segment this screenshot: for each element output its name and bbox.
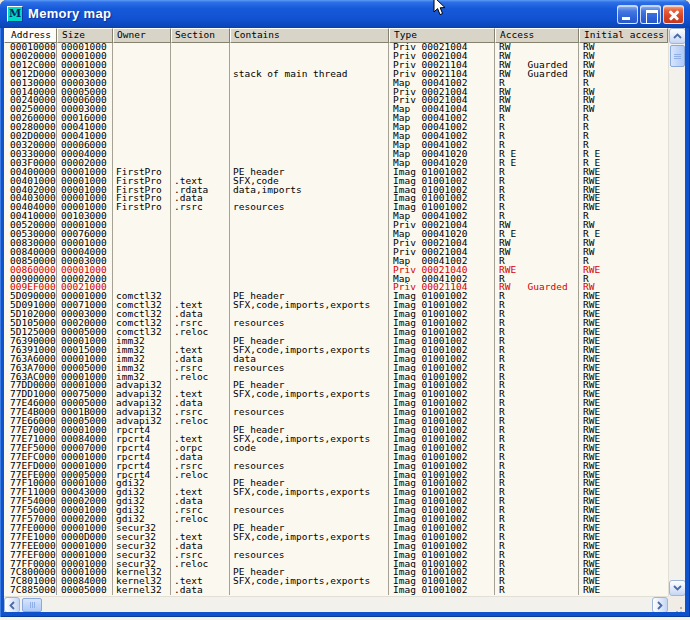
table-row[interactable]: 0053000000076000Map 00041020R ER E <box>4 230 668 239</box>
table-row[interactable]: 77EFD00000001000rpcrt4.rsrcresourcesImag… <box>4 462 668 471</box>
scroll-left-button[interactable] <box>4 597 20 612</box>
table-row[interactable]: 77F1100000043000gdi32.textSFX,code,impor… <box>4 488 668 497</box>
horizontal-scrollbar[interactable] <box>4 596 668 612</box>
table-row[interactable]: 0083000000001000Priv 00021004RWRW <box>4 239 668 248</box>
table-row[interactable]: 009EF00000021000Priv 00021104RW GuardedR… <box>4 283 668 292</box>
table-row[interactable]: 0086000000001000Priv 00021040RWERWE <box>4 266 668 275</box>
table-row[interactable]: 5D09000000001000comctl32PE headerImag 01… <box>4 292 668 301</box>
table-row[interactable]: 7C80000000001000kernel32PE headerImag 01… <box>4 568 668 577</box>
column-header-address[interactable]: Address <box>4 28 57 43</box>
cell-size: 00004000 <box>57 150 113 159</box>
cell-size: 00001000 <box>57 239 113 248</box>
cell-size: 00004000 <box>57 248 113 257</box>
minimize-button[interactable] <box>617 5 638 24</box>
titlebar[interactable]: M Memory map <box>0 0 690 28</box>
table-row[interactable]: 0040300000001000FirstPro.dataImag 010010… <box>4 194 668 203</box>
resize-grip-icon[interactable] <box>680 607 682 609</box>
table-row[interactable]: 5D12500000005000comctl32.relocImag 01001… <box>4 328 668 337</box>
table-row[interactable]: 0033000000004000Map 00041020R ER E <box>4 150 668 159</box>
table-row[interactable]: 0040000000001000FirstProPE headerImag 01… <box>4 168 668 177</box>
table-row[interactable]: 0028000000041000Map 00041002RR <box>4 123 668 132</box>
scroll-up-button[interactable] <box>669 28 685 44</box>
table-row[interactable]: 77F5700000002000gdi32.relocImag 01001002… <box>4 515 668 524</box>
column-header-access[interactable]: Access <box>495 28 579 43</box>
table-row[interactable]: 0040100000001000FirstPro.textSFX,codeIma… <box>4 177 668 186</box>
table-row[interactable]: 0052000000001000Priv 00021004RWRW <box>4 221 668 230</box>
table-row[interactable]: 0012D00000003000stack of main threadPriv… <box>4 70 668 79</box>
table-row[interactable]: 0024000000006000Priv 00021004RWRW <box>4 96 668 105</box>
table-row[interactable]: 77E4B0000001B000advapi32.rsrcresourcesIm… <box>4 408 668 417</box>
table-row[interactable]: 77F1000000001000gdi32PE headerImag 01001… <box>4 479 668 488</box>
cell-access: R E <box>495 230 579 239</box>
table-row[interactable]: 0013000000003000Map 00041002RR <box>4 79 668 88</box>
table-row[interactable]: 7C88500000005000kernel32.dataImag 010010… <box>4 586 668 595</box>
table-row[interactable]: 5D10500000020000comctl32.rsrcresourcesIm… <box>4 319 668 328</box>
table-row[interactable]: 0085000000003000Map 00041002RR <box>4 257 668 266</box>
table-row[interactable]: 763A700000005000imm32.rsrcresourcesImag … <box>4 364 668 373</box>
cell-section: .text <box>171 435 230 444</box>
table-row[interactable]: 763AC00000001000imm32.relocImag 01001002… <box>4 373 668 382</box>
column-header-owner[interactable]: Owner <box>113 28 171 43</box>
maximize-button[interactable] <box>640 5 661 24</box>
table-row[interactable]: 77FE000000001000secur32PE headerImag 010… <box>4 524 668 533</box>
table-row[interactable]: 7639000000001000imm32PE headerImag 01001… <box>4 337 668 346</box>
table-row[interactable]: 0012C00000001000Priv 00021104RW GuardedR… <box>4 61 668 70</box>
cell-owner <box>113 248 171 257</box>
table-row[interactable]: 77E4600000005000advapi32.dataImag 010010… <box>4 399 668 408</box>
table-row[interactable]: 0090000000002000Map 00041002RR <box>4 275 668 284</box>
table-row[interactable]: 77EFE00000005000rpcrt4.relocImag 0100100… <box>4 471 668 480</box>
screen: M Memory map Address Size Owner Section … <box>0 0 690 620</box>
vertical-scroll-thumb[interactable] <box>670 45 685 67</box>
cell-access: R <box>495 275 579 284</box>
cell-owner <box>113 88 171 97</box>
table-row[interactable]: 77E6600000005000advapi32.relocImag 01001… <box>4 417 668 426</box>
table-row[interactable]: 0040200000001000FirstPro.rdatadata,impor… <box>4 186 668 195</box>
table-row[interactable]: 77F5400000002000gdi32.dataImag 01001002R… <box>4 497 668 506</box>
table-row[interactable]: 0040400000001000FirstPro.rsrcresourcesIm… <box>4 203 668 212</box>
column-header-contains[interactable]: Contains <box>230 28 389 43</box>
table-row[interactable]: 0025000000003000Map 00041004RWRW <box>4 105 668 114</box>
cell-size: 00005000 <box>57 364 113 373</box>
table-row[interactable]: 5D10200000003000comctl32.dataImag 010010… <box>4 310 668 319</box>
table-row[interactable]: 002D000000041000Map 00041002RR <box>4 132 668 141</box>
vertical-scrollbar[interactable] <box>668 28 685 596</box>
table-row[interactable]: 0014000000005000Priv 00021004RWRW <box>4 88 668 97</box>
scroll-down-button[interactable] <box>669 580 685 596</box>
table-row[interactable]: 0001000000001000Priv 00021004RWRW <box>4 43 668 52</box>
table-row[interactable]: 7639100000015000imm32.textSFX,code,impor… <box>4 346 668 355</box>
table-row[interactable]: 77E7100000084000rpcrt4.textSFX,code,impo… <box>4 435 668 444</box>
table-row[interactable]: 0032000000006000Map 00041002RR <box>4 141 668 150</box>
table-row[interactable]: 77F5600000001000gdi32.rsrcresourcesImag … <box>4 506 668 515</box>
cell-initial: RWE <box>579 186 668 195</box>
table-row[interactable]: 77DD000000001000advapi32PE headerImag 01… <box>4 381 668 390</box>
table-row[interactable]: 77FE10000000D000secur32.textSFX,code,imp… <box>4 533 668 542</box>
table-row[interactable]: 0002000000001000Priv 00021004RWRW <box>4 52 668 61</box>
table-row[interactable]: 0041000000103000Map 00041002RR <box>4 212 668 221</box>
table-row[interactable]: 7C80100000084000kernel32.textSFX,code,im… <box>4 577 668 586</box>
cell-address: 77F54000 <box>4 497 57 506</box>
cell-type: Map 00041004 <box>389 105 495 114</box>
cell-access: R <box>495 426 579 435</box>
table-row[interactable]: 77E7000000001000rpcrt4PE headerImag 0100… <box>4 426 668 435</box>
table-row[interactable]: 0026000000016000Map 00041002RR <box>4 114 668 123</box>
cell-address: 003F0000 <box>4 159 57 168</box>
cell-access: RW <box>495 105 579 114</box>
horizontal-scroll-thumb[interactable] <box>22 598 42 612</box>
column-header-size[interactable]: Size <box>57 28 113 43</box>
table-row[interactable]: 003F000000002000Map 00041020R ER E <box>4 159 668 168</box>
table-row[interactable]: 77DD100000075000advapi32.textSFX,code,im… <box>4 390 668 399</box>
close-button[interactable] <box>663 5 684 24</box>
table-row[interactable]: 77FEF00000001000secur32.rsrcresourcesIma… <box>4 551 668 560</box>
cell-address: 77EFE000 <box>4 471 57 480</box>
table-row[interactable]: 0084000000004000Priv 00021004RWRW <box>4 248 668 257</box>
column-header-initial-access[interactable]: Initial access <box>579 28 668 43</box>
table-row[interactable]: 77FEE00000001000secur32.dataImag 0100100… <box>4 542 668 551</box>
scroll-right-button[interactable] <box>652 597 668 612</box>
column-header-section[interactable]: Section <box>171 28 230 43</box>
table-row[interactable]: 77EFC00000001000rpcrt4.dataImag 01001002… <box>4 453 668 462</box>
table-row[interactable]: 5D09100000071000comctl32.textSFX,code,im… <box>4 301 668 310</box>
column-header-type[interactable]: Type <box>389 28 495 43</box>
table-row[interactable]: 77FF000000001000secur32.relocImag 010010… <box>4 560 668 569</box>
table-row[interactable]: 763A600000001000imm32.datadataImag 01001… <box>4 355 668 364</box>
table-row[interactable]: 77EF500000007000rpcrt4.orpccodeImag 0100… <box>4 444 668 453</box>
